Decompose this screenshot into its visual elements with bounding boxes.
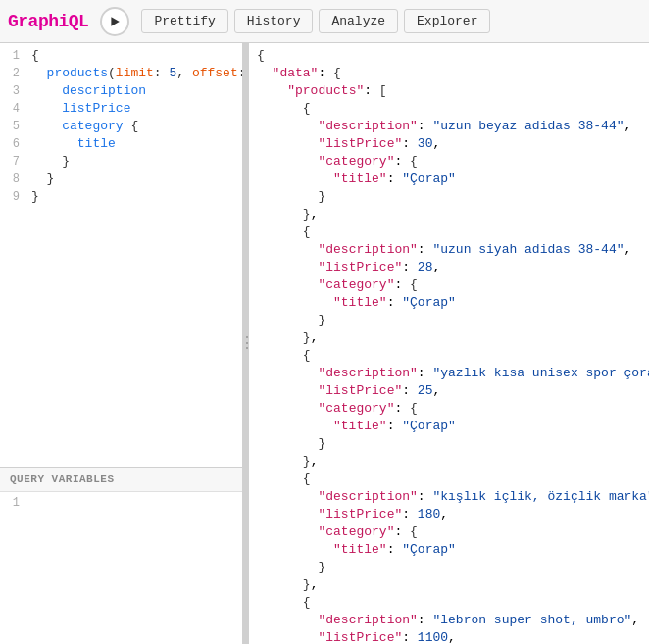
response-line-content: }, [249,576,649,594]
response-line: { [249,100,649,118]
toolbar: GraphiQL Prettify History Analyze Explor… [0,0,649,43]
query-line: 1{ [0,47,242,65]
line-number: 1 [0,47,27,65]
history-button[interactable]: History [234,9,314,33]
response-line-content: } [249,559,649,576]
run-button[interactable] [100,7,129,36]
app-logo: GraphiQL [8,12,88,31]
response-line: "title": "Çorap" [249,541,649,559]
response-line-content: "title": "Çorap" [249,418,649,435]
line-content: } [27,153,242,171]
query-variables-header: QUERY VARIABLES [0,468,242,492]
response-line-content: { [249,471,649,488]
line-number: 7 [0,153,27,171]
response-code: { "data": { "products": [ { "description… [249,43,649,644]
response-line: { [249,47,649,65]
line-number: 9 [0,188,27,206]
response-line-content: "listPrice": 25, [249,382,649,400]
query-line: 6 title [0,135,242,153]
response-line: "listPrice": 180, [249,506,649,523]
response-line: "title": "Çorap" [249,294,649,312]
prettify-button[interactable]: Prettify [141,9,227,33]
response-line-content: "category": { [249,523,649,541]
line-number: 3 [0,82,27,100]
query-variables-panel: QUERY VARIABLES 1 [0,468,242,644]
query-line: 4 listPrice [0,100,242,118]
response-line: }, [249,576,649,594]
response-line-content: "description": "yazlık kısa unisex spor … [249,365,649,382]
response-line-content: }, [249,453,649,471]
query-variables-editor[interactable]: 1 [0,492,242,514]
response-line: } [249,312,649,329]
query-line: 8 } [0,171,242,188]
response-line-content: "listPrice": 180, [249,506,649,523]
response-line: "description": "uzun siyah adidas 38-44"… [249,241,649,259]
left-panel: 1{2 products(limit: 5, offset: 5) {3 des… [0,43,243,644]
response-line: } [249,559,649,576]
response-line: "products": [ [249,82,649,100]
line-content: description [27,82,242,100]
line-number: 4 [0,100,27,118]
response-line-content: } [249,435,649,453]
line-content: } [27,188,242,206]
response-line-content: { [249,100,649,118]
response-line: "category": { [249,400,649,418]
response-line: "listPrice": 25, [249,382,649,400]
response-line-content: "data": { [249,65,649,82]
query-line: 5 category { [0,118,242,135]
response-line: "title": "Çorap" [249,171,649,188]
response-line: "listPrice": 1100, [249,629,649,644]
response-line: } [249,435,649,453]
response-line: }, [249,453,649,471]
line-content: category { [27,118,242,135]
response-line-content: { [249,347,649,365]
response-line: }, [249,329,649,347]
query-line: 2 products(limit: 5, offset: 5) { [0,65,242,82]
line-content: title [27,135,242,153]
line-number: 2 [0,65,27,82]
response-line: "title": "Çorap" [249,418,649,435]
line-content: products(limit: 5, offset: 5) { [27,65,242,82]
response-line-content: "listPrice": 28, [249,259,649,276]
line-number: 8 [0,171,27,188]
response-line: "description": "uzun beyaz adidas 38-44"… [249,118,649,135]
response-line-content: "description": "uzun siyah adidas 38-44"… [249,241,649,259]
response-line-content: { [249,223,649,241]
response-line: "description": "yazlık kısa unisex spor … [249,365,649,382]
line-content: { [27,47,242,65]
response-line-content: "description": "uzun beyaz adidas 38-44"… [249,118,649,135]
line-number: 5 [0,118,27,135]
response-line: }, [249,206,649,223]
query-editor[interactable]: 1{2 products(limit: 5, offset: 5) {3 des… [0,43,242,468]
response-line-content: "listPrice": 1100, [249,629,649,644]
query-line: 9} [0,188,242,206]
response-line-content: }, [249,206,649,223]
response-line: { [249,594,649,612]
response-line-content: "products": [ [249,82,649,100]
response-line-content: "listPrice": 30, [249,135,649,153]
response-line: "category": { [249,153,649,171]
analyze-button[interactable]: Analyze [319,9,398,33]
response-line: "description": "lebron super shot, umbro… [249,612,649,629]
query-line: 3 description [0,82,242,100]
response-line-content: "category": { [249,276,649,294]
response-line-content: { [249,594,649,612]
response-line-content: "title": "Çorap" [249,171,649,188]
response-line-content: "description": "lebron super shot, umbro… [249,612,649,629]
response-line-content: } [249,312,649,329]
response-line-content: } [249,188,649,206]
response-line: "description": "kışlık içlik, öziçlik ma… [249,488,649,506]
response-line-content: "category": { [249,400,649,418]
response-line-content: "title": "Çorap" [249,541,649,559]
response-line-content: "description": "kışlık içlik, öziçlik ma… [249,488,649,506]
response-line: { [249,347,649,365]
explorer-button[interactable]: Explorer [404,9,490,33]
response-line: "category": { [249,523,649,541]
response-line: "category": { [249,276,649,294]
svg-marker-0 [112,17,120,26]
response-line: "data": { [249,65,649,82]
main-layout: 1{2 products(limit: 5, offset: 5) {3 des… [0,43,649,644]
response-line-content: }, [249,329,649,347]
query-line: 7 } [0,153,242,171]
response-line: { [249,471,649,488]
